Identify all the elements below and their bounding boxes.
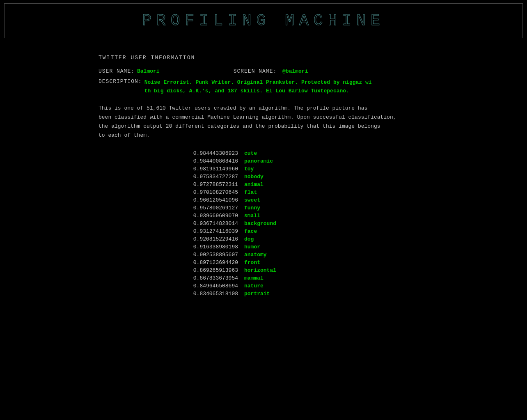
probability-value: 0.957800269127	[172, 205, 238, 211]
probability-value: 0.849646508694	[172, 283, 238, 289]
category-value: nature	[244, 283, 264, 289]
classification-row: 0.984400868416panoramic	[172, 158, 428, 164]
category-value: background	[244, 220, 276, 227]
probability-value: 0.981931149960	[172, 166, 238, 172]
category-value: panoramic	[244, 158, 273, 164]
page-title: PROFILING MACHINE	[9, 12, 518, 30]
screen-name-section: SCREEN NAME: @balmori	[234, 68, 308, 74]
classification-row: 0.984443306923cute	[172, 150, 428, 156]
user-name-row: USER NAME: Balmori SCREEN NAME: @balmori	[99, 68, 428, 74]
probability-value: 0.902538895607	[172, 252, 238, 258]
screen-name-value: @balmori	[282, 68, 308, 74]
probability-value: 0.931274116039	[172, 228, 238, 234]
category-value: cute	[244, 150, 257, 156]
category-value: sweet	[244, 197, 260, 203]
header-box: PROFILING MACHINE	[4, 3, 523, 38]
category-value: nobody	[244, 174, 264, 180]
classification-row: 0.916338980198humor	[172, 244, 428, 250]
category-value: small	[244, 213, 260, 219]
probability-value: 0.939669609070	[172, 213, 238, 219]
category-value: funny	[244, 205, 260, 211]
category-value: anatomy	[244, 252, 267, 258]
category-value: toy	[244, 166, 254, 172]
probability-value: 0.869265913963	[172, 267, 238, 273]
description-label: DESCRIPTION:	[99, 78, 142, 96]
category-value: face	[244, 228, 257, 234]
classifications-table: 0.984443306923cute0.984400868416panorami…	[172, 150, 428, 297]
probability-value: 0.834065318108	[172, 291, 238, 297]
probability-value: 0.984400868416	[172, 158, 238, 164]
category-value: animal	[244, 181, 264, 188]
classification-row: 0.920815229416dog	[172, 236, 428, 242]
probability-value: 0.970108270645	[172, 189, 238, 195]
classification-row: 0.936714828014background	[172, 220, 428, 227]
description-row: DESCRIPTION: Noise Errorist. Punk Writer…	[99, 78, 428, 96]
classification-row: 0.972788572311animal	[172, 181, 428, 188]
classification-row: 0.970108270645flat	[172, 189, 428, 195]
probability-value: 0.916338980198	[172, 244, 238, 250]
user-name-label: USER NAME:	[99, 68, 135, 74]
probability-value: 0.897123694420	[172, 259, 238, 266]
classification-row: 0.957800269127funny	[172, 205, 428, 211]
body-text: This is one of 51,610 Twitter users craw…	[99, 104, 428, 140]
classification-row: 0.939669609070small	[172, 213, 428, 219]
category-value: portrait	[244, 291, 270, 297]
classification-row: 0.849646508694nature	[172, 283, 428, 289]
category-value: humor	[244, 244, 260, 250]
screen-name-label: SCREEN NAME:	[234, 68, 277, 74]
section-title: TWITTER USER INFORMATION	[99, 55, 428, 61]
classification-row: 0.981931149960toy	[172, 166, 428, 172]
probability-value: 0.972788572311	[172, 181, 238, 188]
probability-value: 0.984443306923	[172, 150, 238, 156]
category-value: horizontal	[244, 267, 276, 273]
probability-value: 0.966120541096	[172, 197, 238, 203]
category-value: front	[244, 259, 260, 266]
classification-row: 0.897123694420front	[172, 259, 428, 266]
user-name-value: Balmori	[137, 68, 160, 74]
classification-row: 0.869265913963horizontal	[172, 267, 428, 273]
probability-value: 0.975834727287	[172, 174, 238, 180]
category-value: flat	[244, 189, 257, 195]
classification-row: 0.966120541096sweet	[172, 197, 428, 203]
category-value: dog	[244, 236, 254, 242]
classification-row: 0.931274116039face	[172, 228, 428, 234]
probability-value: 0.920815229416	[172, 236, 238, 242]
category-value: mammal	[244, 275, 264, 281]
classification-row: 0.834065318108portrait	[172, 291, 428, 297]
probability-value: 0.867833673954	[172, 275, 238, 281]
classification-row: 0.867833673954mammal	[172, 275, 428, 281]
probability-value: 0.936714828014	[172, 220, 238, 227]
classification-row: 0.902538895607anatomy	[172, 252, 428, 258]
main-content: TWITTER USER INFORMATION USER NAME: Balm…	[0, 38, 527, 307]
classification-row: 0.975834727287nobody	[172, 174, 428, 180]
description-value: Noise Errorist. Punk Writer. Original Pr…	[144, 78, 372, 96]
